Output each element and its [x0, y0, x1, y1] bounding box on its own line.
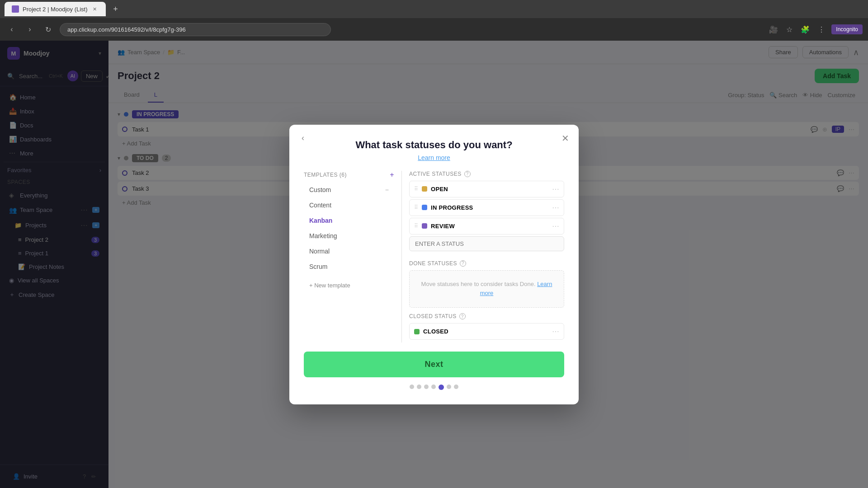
review-status-color-dot	[422, 223, 427, 229]
template-marketing-label: Marketing	[309, 232, 337, 239]
next-button[interactable]: Next	[304, 352, 564, 377]
template-item-normal[interactable]: Normal	[304, 244, 394, 258]
pagination-dot-2[interactable]	[417, 385, 421, 389]
template-item-custom[interactable]: Custom −	[304, 183, 394, 197]
in-progress-status-label: IN PROGRESS	[431, 204, 548, 211]
templates-add-icon[interactable]: +	[390, 171, 394, 179]
templates-column: TEMPLATES (6) + Custom − Content Kanban	[304, 171, 394, 343]
menu-icon[interactable]: ⋮	[816, 23, 827, 36]
active-statuses-header: ACTIVE STATUSES ?	[409, 171, 564, 177]
pagination-dot-1[interactable]	[410, 385, 414, 389]
pagination-dot-4[interactable]	[431, 385, 436, 389]
reload-button[interactable]: ↻	[42, 23, 54, 36]
in-progress-status-more-icon[interactable]: ⋯	[552, 203, 559, 212]
task-status-modal: ‹ ✕ What task statuses do you want? Lear…	[289, 125, 579, 404]
browser-actions: 🎥 ☆ 🧩 ⋮ Incognito	[767, 23, 863, 36]
address-input[interactable]	[60, 23, 331, 36]
modal-title: What task statuses do you want?	[304, 139, 564, 151]
bookmark-icon[interactable]: ☆	[784, 23, 794, 36]
pagination-dot-6[interactable]	[447, 385, 451, 389]
closed-status-label: CLOSED STATUS	[409, 313, 457, 319]
pagination-dot-7[interactable]	[454, 385, 458, 389]
modal-close-button[interactable]: ✕	[559, 132, 571, 145]
browser-chrome: Project 2 | Moodjoy (List) ✕ + ‹ › ↻ 🎥 ☆…	[0, 0, 868, 41]
template-item-content[interactable]: Content	[304, 198, 394, 212]
new-tab-button[interactable]: +	[109, 3, 122, 15]
learn-more-link[interactable]: Learn more	[418, 154, 450, 161]
statuses-column: ACTIVE STATUSES ? ⠿ OPEN ⋯ ⠿ IN PROGRESS…	[409, 171, 564, 343]
review-status-more-icon[interactable]: ⋯	[552, 222, 559, 230]
status-row-open: ⠿ OPEN ⋯	[409, 181, 564, 197]
open-status-label: OPEN	[431, 186, 548, 192]
tab-bar: Project 2 | Moodjoy (List) ✕ +	[0, 0, 868, 18]
done-statuses-header: DONE STATUSES ?	[409, 260, 564, 267]
closed-status-color-dot	[414, 329, 420, 334]
open-color-dot	[422, 186, 427, 192]
tab-title: Project 2 | Moodjoy (List)	[23, 6, 88, 13]
modal-subtitle: Learn more	[304, 154, 564, 162]
drag-handle-review-icon[interactable]: ⠿	[414, 223, 418, 229]
modal-footer: Next	[304, 352, 564, 377]
done-empty-text: Move statuses here to consider tasks Don…	[421, 281, 536, 287]
templates-header-label: TEMPLATES (6)	[304, 172, 347, 178]
done-statuses-empty-box: Move statuses here to consider tasks Don…	[409, 270, 564, 308]
template-item-kanban[interactable]: Kanban	[304, 213, 394, 228]
divider	[401, 171, 402, 343]
status-row-review: ⠿ REVIEW ⋯	[409, 218, 564, 235]
tab-close-button[interactable]: ✕	[91, 5, 99, 13]
modal-overlay: ‹ ✕ What task statuses do you want? Lear…	[0, 41, 868, 488]
closed-status-name: CLOSED	[423, 328, 548, 335]
drag-handle-icon[interactable]: ⠿	[414, 186, 418, 192]
active-statuses-help-icon[interactable]: ?	[464, 171, 471, 177]
pagination-dot-3[interactable]	[424, 385, 429, 389]
status-row-closed: CLOSED ⋯	[409, 323, 564, 340]
template-scrum-label: Scrum	[309, 263, 327, 270]
status-row-in-progress: ⠿ IN PROGRESS ⋯	[409, 199, 564, 216]
closed-status-more-icon[interactable]: ⋯	[552, 327, 559, 336]
open-status-more-icon[interactable]: ⋯	[552, 185, 559, 193]
template-item-scrum[interactable]: Scrum	[304, 259, 394, 274]
new-template-button[interactable]: + New template	[304, 279, 394, 291]
template-kanban-label: Kanban	[309, 217, 332, 224]
template-item-marketing[interactable]: Marketing	[304, 229, 394, 243]
review-status-label: REVIEW	[431, 223, 548, 230]
back-button[interactable]: ‹	[5, 23, 18, 36]
camera-off-icon: 🎥	[767, 23, 780, 36]
modal-back-button[interactable]: ‹	[297, 132, 309, 145]
active-tab[interactable]: Project 2 | Moodjoy (List) ✕	[5, 2, 106, 16]
templates-list: Custom − Content Kanban Marketing Normal	[304, 183, 394, 274]
forward-button[interactable]: ›	[24, 23, 36, 36]
closed-status-help-icon[interactable]: ?	[459, 313, 466, 319]
in-progress-status-color-dot	[422, 205, 427, 210]
active-statuses-label: ACTIVE STATUSES	[409, 171, 462, 177]
pagination-dot-5[interactable]	[439, 385, 444, 390]
status-input[interactable]	[409, 236, 564, 251]
template-minus-icon[interactable]: −	[385, 186, 389, 193]
done-statuses-label: DONE STATUSES	[409, 260, 457, 267]
extension-icon[interactable]: 🧩	[799, 23, 811, 36]
modal-body: TEMPLATES (6) + Custom − Content Kanban	[304, 171, 564, 343]
template-normal-label: Normal	[309, 248, 330, 255]
address-bar-row: ‹ › ↻ 🎥 ☆ 🧩 ⋮ Incognito	[0, 18, 868, 41]
pagination-dots	[304, 385, 564, 390]
done-statuses-help-icon[interactable]: ?	[460, 260, 466, 267]
drag-handle-in-progress-icon[interactable]: ⠿	[414, 204, 418, 211]
templates-header: TEMPLATES (6) +	[304, 171, 394, 179]
template-custom-label: Custom	[309, 186, 331, 193]
tab-favicon	[12, 5, 19, 13]
incognito-badge: Incognito	[831, 24, 863, 34]
closed-status-header: CLOSED STATUS ?	[409, 313, 564, 319]
template-content-label: Content	[309, 202, 331, 209]
